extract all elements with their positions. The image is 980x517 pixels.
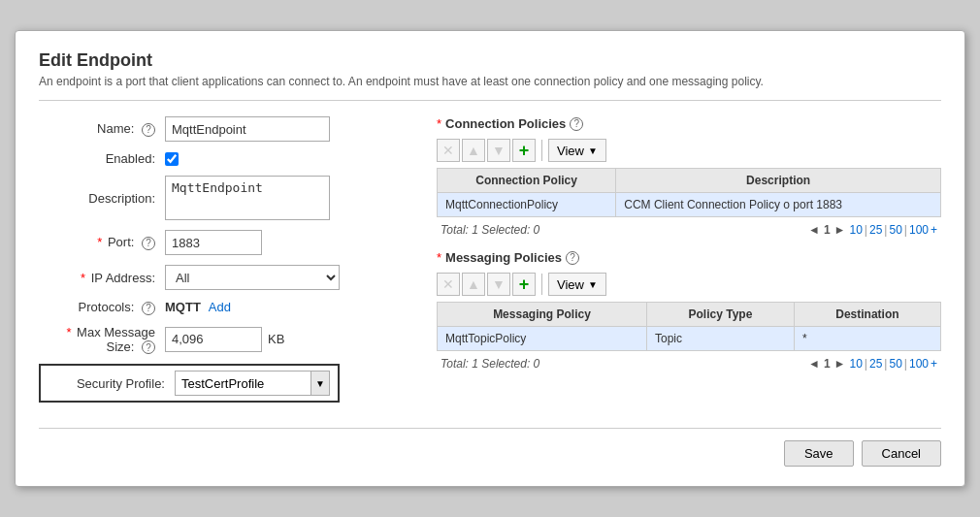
protocols-help-icon[interactable]: ?	[142, 302, 155, 315]
mp-page-number: 1	[824, 357, 831, 371]
description-row: Description: MqttEndpoint	[39, 176, 408, 220]
mp-size-plus[interactable]: +	[931, 357, 937, 371]
cp-header-policy: Connection Policy	[438, 169, 616, 193]
mp-header-type: Policy Type	[646, 303, 794, 327]
port-help-icon[interactable]: ?	[142, 237, 155, 250]
mp-prev-page[interactable]: ◄	[808, 357, 820, 371]
ip-address-select[interactable]: All	[165, 265, 340, 290]
cp-policy-cell: MqttConnectionPolicy	[438, 193, 616, 217]
cp-header-description: Description	[616, 169, 941, 193]
security-profile-dropdown-button[interactable]: ▼	[310, 371, 330, 396]
header-divider	[39, 100, 941, 101]
cp-up-button[interactable]: ▲	[462, 139, 485, 162]
mp-add-button[interactable]: +	[512, 273, 536, 296]
mp-view-button[interactable]: View ▼	[548, 273, 606, 296]
mp-down-button[interactable]: ▼	[487, 273, 510, 296]
description-textarea[interactable]: MqttEndpoint	[165, 176, 330, 220]
security-profile-label: Security Profile:	[49, 376, 175, 391]
cp-size-plus[interactable]: +	[931, 223, 937, 237]
enabled-row: Enabled:	[39, 151, 408, 166]
mp-toolbar-divider	[541, 274, 542, 295]
cp-down-button[interactable]: ▼	[487, 139, 510, 162]
cp-toolbar-divider	[541, 140, 542, 161]
connection-policies-table: Connection Policy Description MqttConnec…	[437, 168, 941, 217]
protocols-add-link[interactable]: Add	[209, 300, 231, 314]
kb-label: KB	[268, 332, 284, 346]
protocols-row: Protocols: ? MQTT Add	[39, 300, 408, 315]
mp-size-50[interactable]: 50	[889, 357, 901, 371]
mp-size-25[interactable]: 25	[869, 357, 882, 371]
dialog-subtitle: An endpoint is a port that client applic…	[39, 75, 941, 88]
description-label: Description:	[39, 191, 165, 206]
cp-table-row[interactable]: MqttConnectionPolicy CCM Client Connecti…	[438, 193, 941, 217]
cp-delete-button[interactable]: ✕	[437, 139, 460, 162]
protocols-value: MQTT	[165, 300, 201, 314]
mp-delete-button[interactable]: ✕	[437, 273, 460, 296]
name-row: Name: ?	[39, 116, 408, 142]
cp-page-size-links: 10 | 25 | 50 | 100 +	[850, 223, 938, 237]
cp-pagination-info: Total: 1 Selected: 0	[441, 223, 539, 237]
messaging-policies-table: Messaging Policy Policy Type Destination…	[437, 302, 941, 351]
cp-pagination-controls: ◄ 1 ► 10 | 25 | 50 | 100 +	[808, 223, 937, 237]
cp-page-number: 1	[824, 223, 831, 237]
mp-view-arrow-icon: ▼	[588, 279, 598, 290]
max-message-size-row: * Max Message Size: ? KB	[39, 325, 408, 355]
cp-add-button[interactable]: +	[512, 139, 536, 162]
max-message-size-input[interactable]	[165, 327, 262, 352]
port-row: * Port: ?	[39, 230, 408, 255]
security-profile-dropdown-wrapper: ▼	[175, 371, 330, 396]
port-input[interactable]	[165, 230, 262, 255]
mp-policy-cell: MqttTopicPolicy	[438, 327, 647, 351]
name-help-icon[interactable]: ?	[142, 123, 155, 137]
mp-next-page[interactable]: ►	[834, 357, 846, 371]
connection-policies-title: Connection Policies	[445, 116, 566, 131]
cp-view-button[interactable]: View ▼	[548, 139, 606, 162]
name-input[interactable]	[165, 116, 330, 142]
ip-address-label: * IP Address:	[39, 271, 165, 285]
save-button[interactable]: Save	[784, 440, 854, 467]
mp-up-button[interactable]: ▲	[462, 273, 485, 296]
edit-endpoint-dialog: Edit Endpoint An endpoint is a port that…	[15, 30, 965, 487]
mp-destination-cell: *	[794, 327, 940, 351]
cancel-button[interactable]: Cancel	[862, 440, 941, 467]
cp-size-100[interactable]: 100	[909, 223, 929, 237]
messaging-policies-title: Messaging Policies	[445, 250, 562, 265]
port-label: * Port: ?	[39, 235, 165, 250]
connection-policies-help-icon[interactable]: ?	[570, 117, 583, 131]
cp-prev-page[interactable]: ◄	[808, 223, 820, 237]
cp-size-10[interactable]: 10	[850, 223, 863, 237]
cp-size-50[interactable]: 50	[889, 223, 901, 237]
messaging-policies-header: * Messaging Policies ?	[437, 250, 941, 265]
cp-pagination-row: Total: 1 Selected: 0 ◄ 1 ► 10 | 25 | 50 …	[437, 221, 941, 239]
mp-pagination-controls: ◄ 1 ► 10 | 25 | 50 | 100 +	[808, 357, 937, 371]
enabled-label: Enabled:	[39, 151, 165, 166]
protocols-label: Protocols: ?	[39, 300, 165, 315]
messaging-policies-help-icon[interactable]: ?	[566, 251, 579, 265]
connection-policies-header: * Connection Policies ?	[437, 116, 941, 131]
mp-pagination-info: Total: 1 Selected: 0	[441, 357, 539, 371]
mp-header-policy: Messaging Policy	[438, 303, 647, 327]
cp-next-page[interactable]: ►	[834, 223, 846, 237]
security-profile-input[interactable]	[175, 371, 310, 396]
left-panel: Name: ? Enabled: Description: MqttEndpoi…	[39, 116, 408, 412]
max-message-size-label: * Max Message Size: ?	[39, 325, 165, 355]
mp-size-100[interactable]: 100	[909, 357, 929, 371]
content-area: Name: ? Enabled: Description: MqttEndpoi…	[39, 116, 941, 412]
mp-page-size-links: 10 | 25 | 50 | 100 +	[850, 357, 938, 371]
action-buttons: Save Cancel	[39, 440, 941, 467]
mp-header-destination: Destination	[794, 303, 940, 327]
bottom-divider	[39, 428, 941, 429]
mp-size-10[interactable]: 10	[850, 357, 863, 371]
connection-policies-toolbar: ✕ ▲ ▼ + View ▼	[437, 139, 941, 162]
mp-pagination-row: Total: 1 Selected: 0 ◄ 1 ► 10 | 25 | 50 …	[437, 355, 941, 372]
cp-size-25[interactable]: 25	[869, 223, 882, 237]
security-profile-container: Security Profile: ▼	[39, 364, 408, 403]
enabled-checkbox[interactable]	[165, 152, 179, 166]
mp-table-row[interactable]: MqttTopicPolicy Topic *	[438, 327, 941, 351]
cp-description-cell: CCM Client Connection Policy o port 1883	[616, 193, 941, 217]
security-profile-box: Security Profile: ▼	[39, 364, 340, 403]
mp-type-cell: Topic	[646, 327, 794, 351]
max-message-help-icon[interactable]: ?	[142, 340, 155, 354]
name-label: Name: ?	[39, 121, 165, 137]
right-panel: * Connection Policies ? ✕ ▲ ▼ + View ▼ C…	[437, 116, 941, 412]
